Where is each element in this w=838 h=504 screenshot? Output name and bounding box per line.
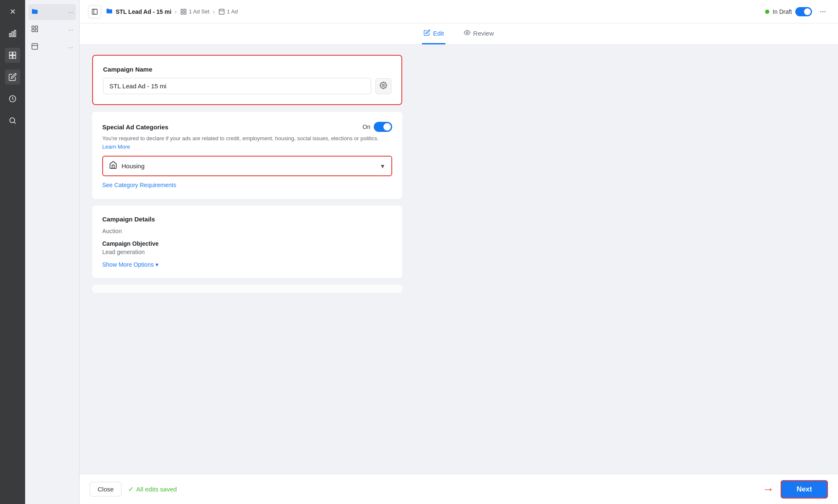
special-ad-categories-card: Special Ad Categories On You're required…	[92, 112, 402, 199]
sidebar-search-icon[interactable]	[5, 113, 20, 128]
special-ad-description: You're required to declare if your ads a…	[102, 134, 392, 151]
tab-review-label: Review	[473, 30, 494, 37]
saved-label: All edits saved	[136, 486, 177, 493]
sidebar-narrow: ✕	[0, 0, 25, 504]
draft-dot	[765, 10, 769, 14]
panel-item-ad[interactable]: ···	[28, 39, 76, 55]
svg-rect-17	[184, 9, 186, 11]
main-content: STL Lead Ad - 15 mi › 1 Ad Set › 1 Ad In…	[80, 0, 838, 504]
svg-rect-0	[10, 33, 11, 37]
dropdown-selected-value: Housing	[122, 162, 375, 170]
campaign-objective-value: Lead generation	[102, 249, 392, 255]
svg-point-23	[383, 84, 385, 86]
category-requirements-link[interactable]: See Category Requirements	[102, 182, 176, 188]
left-panel: ··· ··· ···	[25, 0, 80, 504]
svg-rect-19	[184, 12, 186, 14]
breadcrumb-adset[interactable]: 1 Ad Set	[180, 8, 210, 15]
svg-rect-12	[36, 30, 38, 32]
next-card-partial	[92, 285, 402, 293]
learn-more-link[interactable]: Learn More	[102, 144, 130, 150]
campaign-objective-label: Campaign Objective	[102, 240, 392, 247]
x-icon: ✕	[10, 7, 16, 16]
house-icon	[109, 161, 117, 171]
breadcrumb-campaign-name: STL Lead Ad - 15 mi	[116, 8, 171, 15]
footer-bar: Close ✓ All edits saved → Next	[80, 474, 838, 504]
breadcrumb-sep-2: ›	[213, 8, 215, 15]
svg-rect-16	[181, 9, 183, 11]
next-button[interactable]: Next	[781, 480, 828, 499]
panel-item-adset[interactable]: ···	[28, 22, 76, 38]
red-arrow-icon: →	[762, 483, 774, 496]
svg-rect-15	[92, 9, 97, 14]
name-input-row	[103, 78, 391, 94]
sidebar-barchart-icon[interactable]	[5, 26, 20, 41]
svg-point-8	[10, 118, 15, 123]
tabs-bar: Edit Review	[80, 23, 838, 45]
content-area: Campaign Name Special Ad Categories	[80, 45, 838, 474]
more-options-button[interactable]: ···	[816, 5, 830, 18]
more-dots-icon: ···	[820, 7, 826, 16]
svg-rect-1	[12, 32, 13, 37]
special-ad-header: Special Ad Categories On	[102, 122, 392, 132]
panel-item-dots-2: ···	[68, 26, 73, 33]
campaign-name-card: Campaign Name	[92, 55, 402, 105]
breadcrumb-adset-label: 1 Ad Set	[189, 8, 210, 15]
special-ad-toggle[interactable]	[374, 122, 392, 132]
chevron-down-icon: ▼	[380, 163, 385, 170]
tab-edit[interactable]: Edit	[422, 23, 445, 44]
svg-rect-9	[32, 26, 34, 28]
sidebar-grid-icon[interactable]	[5, 48, 20, 63]
svg-point-22	[466, 32, 468, 33]
tab-review[interactable]: Review	[462, 23, 495, 44]
draft-toggle[interactable]	[795, 7, 812, 16]
review-eye-icon	[464, 29, 471, 37]
special-ad-title: Special Ad Categories	[102, 123, 168, 131]
folder-icon	[31, 8, 39, 17]
saved-status: ✓ All edits saved	[128, 485, 177, 493]
draft-status-label: In Draft	[773, 8, 792, 15]
show-more-label: Show More Options	[102, 261, 154, 268]
show-more-options-link[interactable]: Show More Options ▾	[102, 261, 392, 268]
tab-edit-label: Edit	[433, 30, 444, 37]
draft-status: In Draft	[765, 7, 812, 16]
breadcrumb-folder-icon	[106, 7, 113, 16]
sidebar-pencil-icon[interactable]	[5, 69, 20, 85]
gear-icon	[380, 82, 387, 91]
svg-rect-11	[32, 30, 34, 32]
breadcrumb-ad[interactable]: 1 Ad	[218, 8, 238, 15]
svg-rect-4	[13, 52, 16, 55]
sidebar-clock-icon[interactable]	[5, 91, 20, 106]
sidebar-toggle-button[interactable]	[88, 5, 101, 18]
panel-item-campaign[interactable]: ···	[28, 4, 76, 20]
breadcrumb-ad-label: 1 Ad	[227, 8, 238, 15]
campaign-details-title: Campaign Details	[102, 216, 392, 223]
toggle-on-label: On	[362, 123, 370, 130]
svg-rect-5	[10, 56, 13, 59]
svg-rect-3	[10, 52, 13, 55]
grid-small-icon	[31, 25, 39, 34]
breadcrumb: STL Lead Ad - 15 mi › 1 Ad Set › 1 Ad	[106, 7, 238, 16]
panel-item-dots: ···	[68, 9, 73, 15]
svg-rect-18	[181, 12, 183, 14]
housing-category-dropdown[interactable]: Housing ▼	[102, 156, 392, 176]
special-ad-toggle-row: On	[362, 122, 392, 132]
campaign-name-label: Campaign Name	[103, 66, 391, 73]
svg-rect-20	[219, 9, 224, 14]
campaign-settings-button[interactable]	[375, 78, 391, 94]
svg-rect-2	[14, 31, 16, 37]
svg-rect-13	[32, 44, 38, 49]
close-sidebar-button[interactable]: ✕	[5, 4, 20, 19]
close-button[interactable]: Close	[90, 482, 122, 496]
svg-rect-6	[13, 56, 16, 59]
campaign-name-input[interactable]	[103, 78, 371, 94]
auction-value: Auction	[102, 228, 392, 234]
campaign-details-card: Campaign Details Auction Campaign Object…	[92, 206, 402, 278]
top-nav: STL Lead Ad - 15 mi › 1 Ad Set › 1 Ad In…	[80, 0, 838, 23]
svg-rect-10	[36, 26, 38, 28]
show-more-chevron-icon: ▾	[155, 261, 158, 268]
ad-icon	[31, 43, 39, 52]
arrow-indicator: →	[762, 483, 774, 496]
breadcrumb-campaign[interactable]: STL Lead Ad - 15 mi	[106, 7, 171, 16]
breadcrumb-sep-1: ›	[175, 8, 177, 15]
check-icon: ✓	[128, 485, 134, 493]
